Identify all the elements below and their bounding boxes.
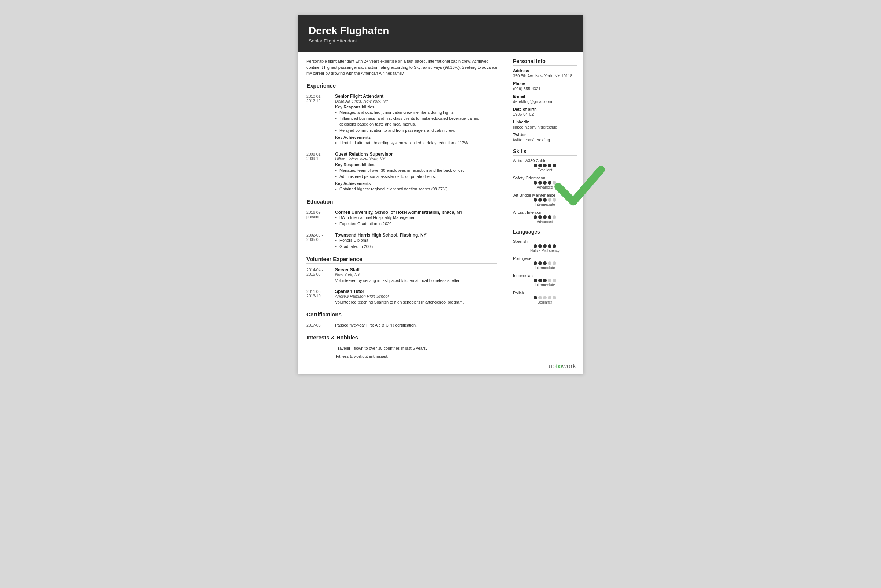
exp1-date: 2010-01 -2012-12: [306, 94, 332, 147]
skill-item: SpanishNative Proficiency: [513, 239, 577, 253]
skill-dot: [548, 164, 551, 167]
vol2-date: 2011-08 -2013-10: [306, 289, 332, 305]
personal-field-label: Twitter: [513, 132, 577, 137]
languages-title: Languages: [513, 229, 577, 236]
skill-dot: [533, 181, 537, 184]
skill-dot: [552, 215, 556, 219]
candidate-name: Derek Flughafen: [309, 25, 572, 37]
vol1-content: Server Staff New York, NY Volunteered by…: [335, 267, 497, 284]
exp2-subtitle: Hilton Hotels, New York, NY: [335, 157, 497, 161]
edu2-title: Townsend Harris High School, Flushing, N…: [335, 232, 497, 238]
languages-section: Languages SpanishNative ProficiencyPortu…: [513, 229, 577, 304]
skill-dot: [552, 164, 556, 167]
exp2-title: Guest Relations Supervisor: [335, 152, 497, 157]
skill-name: Aircraft Intercom: [513, 210, 577, 214]
skill-dot: [533, 244, 537, 248]
personal-field-value: 1986-04-02: [513, 112, 577, 117]
skill-dot: [538, 215, 542, 219]
skill-item: Safety OrientationAdvanced: [513, 176, 577, 189]
skill-dot: [543, 261, 547, 265]
volunteer-entry-2: 2011-08 -2013-10 Spanish Tutor Andrew Ha…: [306, 289, 497, 305]
personal-info-section: Personal Info Address350 5th Ave New Yor…: [513, 58, 577, 143]
vol1-plain: Volunteered by serving in fast-paced kit…: [335, 278, 497, 284]
dots-container: [533, 181, 556, 184]
skill-dot: [533, 164, 537, 167]
exp1-responsibilities: Managed and coached junior cabin crew me…: [335, 110, 497, 134]
skill-dot: [548, 244, 551, 248]
skill-dot: [548, 296, 551, 300]
exp1-achieve-1: Identified alternate boarding system whi…: [335, 140, 497, 146]
interests-section: Interests & Hobbies Traveler - flown to …: [306, 334, 497, 360]
candidate-title: Senior Flight Attendant: [309, 38, 572, 44]
skill-dots-row: Advanced: [513, 181, 577, 189]
personal-field-value: (929) 555-4321: [513, 86, 577, 92]
skill-dot: [533, 198, 537, 202]
experience-section: Experience 2010-01 -2012-12 Senior Fligh…: [306, 82, 497, 193]
resume-body: Personable flight attendant with 2+ year…: [298, 52, 583, 374]
interests-title: Interests & Hobbies: [306, 334, 497, 342]
dots-container: [533, 261, 556, 265]
dots-container: [533, 198, 556, 202]
personal-info-title: Personal Info: [513, 58, 577, 66]
exp2-achievements: Obtained highest regional client satisfa…: [335, 186, 497, 192]
exp1-resp-3: Relayed communication to and from passen…: [335, 128, 497, 134]
skill-name: Jet Bridge Maintenance: [513, 193, 577, 197]
vol1-subtitle: New York, NY: [335, 272, 497, 277]
skill-dots-row: Intermediate: [513, 279, 577, 287]
personal-field-value: 350 5th Ave New York, NY 10118: [513, 73, 577, 79]
vol2-subtitle: Andrew Hamilton High School: [335, 294, 497, 298]
skill-level-label: Intermediate: [534, 266, 555, 270]
skill-dot: [552, 279, 556, 282]
skill-dot: [538, 198, 542, 202]
skill-dot: [543, 244, 547, 248]
skill-dots-row: Native Proficiency: [513, 244, 577, 253]
skill-dot: [543, 164, 547, 167]
skill-dot: [533, 261, 537, 265]
edu1-bullet-2: Expected Graduation in 2020: [335, 221, 497, 227]
personal-info-fields: Address350 5th Ave New York, NY 10118Pho…: [513, 69, 577, 143]
exp1-achievements: Identified alternate boarding system whi…: [335, 140, 497, 146]
skill-dots-row: Intermediate: [513, 198, 577, 207]
experience-title: Experience: [306, 82, 497, 90]
skill-item: Aircraft IntercomAdvanced: [513, 210, 577, 224]
education-entry-1: 2016-09 -present Cornell University, Sch…: [306, 210, 497, 227]
exp1-subtitle: Delta Air Lines, New York, NY: [335, 99, 497, 103]
skill-dot: [552, 244, 556, 248]
skill-level-label: Excellent: [537, 168, 552, 172]
edu1-bullets: BA in International Hospitality Manageme…: [335, 215, 497, 227]
vol2-title: Spanish Tutor: [335, 289, 497, 294]
skill-name: Airbus A380 Cabin: [513, 159, 577, 163]
skill-dot: [543, 181, 547, 184]
volunteer-title: Volunteer Experience: [306, 256, 497, 264]
edu1-title: Cornell University, School of Hotel Admi…: [335, 210, 497, 215]
edu1-bullet-1: BA in International Hospitality Manageme…: [335, 215, 497, 221]
exp1-resp-2: Influenced business- and first-class cli…: [335, 116, 497, 128]
skill-item: Airbus A380 CabinExcellent: [513, 159, 577, 172]
edu2-bullets: Honors Diploma Graduated in 2005: [335, 238, 497, 250]
skill-dot: [548, 181, 551, 184]
experience-entry-1: 2010-01 -2012-12 Senior Flight Attendant…: [306, 94, 497, 147]
edu2-bullet-2: Graduated in 2005: [335, 244, 497, 250]
cert-entry-1: 2017-03 Passed five-year First Aid & CPR…: [306, 322, 497, 328]
skill-dot: [552, 198, 556, 202]
exp2-achieve-1: Obtained highest regional client satisfa…: [335, 186, 497, 192]
exp2-resp-2: Administered personal assistance to corp…: [335, 174, 497, 180]
skill-dot: [538, 181, 542, 184]
edu2-content: Townsend Harris High School, Flushing, N…: [335, 232, 497, 250]
skill-item: Jet Bridge MaintenanceIntermediate: [513, 193, 577, 207]
exp1-content: Senior Flight Attendant Delta Air Lines,…: [335, 94, 497, 147]
skill-dot: [548, 215, 551, 219]
skill-item: PolishBeginner: [513, 291, 577, 304]
vol2-plain: Volunteered teaching Spanish to high sch…: [335, 300, 497, 305]
exp2-resp-1: Managed team of over 30 employees in rec…: [335, 168, 497, 174]
skill-dots-row: Advanced: [513, 215, 577, 224]
exp1-title: Senior Flight Attendant: [335, 94, 497, 99]
skill-name: Spanish: [513, 239, 577, 243]
skill-dot: [533, 296, 537, 300]
skill-name: Indonesian: [513, 273, 577, 278]
skill-level-label: Native Proficiency: [530, 249, 560, 253]
skill-dot: [533, 279, 537, 282]
experience-entry-2: 2008-01 -2009-12 Guest Relations Supervi…: [306, 152, 497, 193]
personal-field-label: Date of birth: [513, 107, 577, 111]
skill-item: PortugeseIntermediate: [513, 256, 577, 270]
